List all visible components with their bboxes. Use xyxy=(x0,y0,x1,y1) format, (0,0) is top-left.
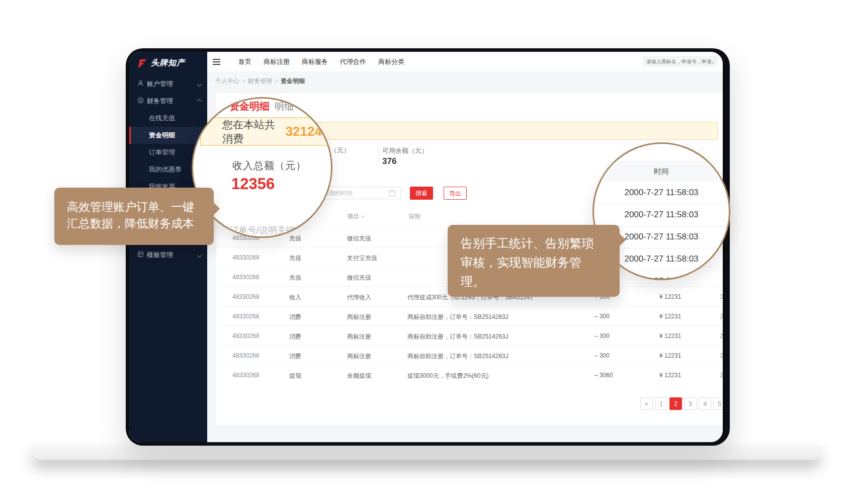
sidebar-item-label: 账户管理 xyxy=(147,79,173,89)
nav-item-首页[interactable]: 首页 xyxy=(238,57,251,66)
cell-project: 商标注册 xyxy=(347,332,371,341)
cell-description: 商标自助注册，订单号：SB2514263J xyxy=(407,332,588,341)
breadcrumb-item[interactable]: 财务管理 xyxy=(248,77,272,85)
pagination: <12345> xyxy=(640,397,723,410)
pagination-page-3[interactable]: 3 xyxy=(684,397,697,410)
breadcrumb-item[interactable]: 资金明细 xyxy=(281,77,305,85)
table-row: 48330268消费商标注册商标自助注册，订单号：SB2514263J– 300… xyxy=(216,325,723,346)
top-nav-menu: 首页商标注册商标服务代理合作商标分类 xyxy=(238,57,404,66)
magnified-time-row: 2000-7-27 11:58:03 xyxy=(594,182,729,204)
user-icon xyxy=(137,80,144,88)
sidebar-item-资金明细[interactable]: 资金明细 xyxy=(129,127,207,144)
finance-icon xyxy=(137,97,144,105)
template-icon xyxy=(137,251,144,259)
cell-type: 消费 xyxy=(289,332,301,341)
cell-project: 商标注册 xyxy=(347,313,371,321)
sidebar-item-模板管理[interactable]: 模板管理 xyxy=(129,246,207,264)
cell-project: 代理收入 xyxy=(347,293,371,302)
calendar-icon[interactable] xyxy=(389,190,395,196)
column-header-desc: 说明 xyxy=(408,212,420,221)
cell-project: 余额提现 xyxy=(347,372,371,380)
column-header-project[interactable]: 项目 xyxy=(347,212,365,221)
stat-balance-value: 376 xyxy=(382,156,396,166)
cell-order-no: 48330268 xyxy=(232,352,259,359)
cell-time-clipped: 2 xyxy=(720,293,723,300)
nav-item-商标分类[interactable]: 商标分类 xyxy=(378,57,404,66)
pagination-page-2[interactable]: 2 xyxy=(669,397,682,410)
callout-right: 告别手工统计、告别繁琐审核，实现智能财务管理。 xyxy=(448,225,620,297)
breadcrumb-separator: > xyxy=(275,77,278,85)
callout-left: 高效管理账户订单、一键汇总数据，降低财务成本 xyxy=(54,188,214,245)
cell-amount: – 300 xyxy=(594,313,610,320)
cell-balance: ¥ 12231 xyxy=(659,372,681,379)
chevron-down-icon xyxy=(197,253,202,258)
cell-type: 充值 xyxy=(289,234,301,243)
sort-caret-icon xyxy=(361,214,365,218)
cell-order-no: 48330268 xyxy=(232,293,259,300)
cell-type: 充值 xyxy=(289,274,301,282)
menu-icon[interactable] xyxy=(213,57,220,66)
page: 头牌知产 账户管理财务管理在线充值资金明细订单管理我的优惠券我的发票模板管理 首… xyxy=(0,0,853,504)
chevron-up-icon xyxy=(197,99,202,104)
cell-time-clipped: 2 xyxy=(720,332,723,340)
sidebar-item-label: 财务管理 xyxy=(147,97,173,106)
cell-description: 商标自助注册，订单号：SB2514263J xyxy=(407,313,588,321)
sidebar-item-在线充值[interactable]: 在线充值 xyxy=(129,110,207,127)
notice-amount: 32124 xyxy=(286,124,322,139)
cell-project: 微信充值 xyxy=(347,234,371,243)
logo-icon xyxy=(137,58,147,68)
nav-item-商标服务[interactable]: 商标服务 xyxy=(302,57,328,66)
cell-order-no: 48330268 xyxy=(232,274,259,281)
breadcrumb: 个人中心>财务管理>资金明细 xyxy=(215,77,305,86)
cell-balance: ¥ 12231 xyxy=(659,293,681,300)
sidebar-item-财务管理[interactable]: 财务管理 xyxy=(129,93,207,110)
sidebar-item-label: 我的优惠券 xyxy=(149,165,182,174)
magnified-income-value: 12356 xyxy=(231,175,275,193)
cell-project: 微信充值 xyxy=(347,274,371,282)
magnified-tab-active: 资金明细 xyxy=(229,100,270,113)
cell-balance: ¥ 12231 xyxy=(659,352,681,359)
sidebar-item-label: 模板管理 xyxy=(147,250,173,260)
cell-description: 商标自助注册，订单号：SB2514263J xyxy=(407,352,588,361)
pagination-page-1[interactable]: 1 xyxy=(655,397,667,410)
stat-divider xyxy=(378,145,379,169)
cell-type: 充值 xyxy=(289,254,301,263)
sidebar-item-账户管理[interactable]: 账户管理 xyxy=(129,75,207,93)
topbar: 首页商标注册商标服务代理合作商标分类 xyxy=(207,52,723,72)
pagination-page-5[interactable]: 5 xyxy=(713,397,723,410)
search-button[interactable]: 搜索 xyxy=(410,187,433,200)
callout-left-line: 高效管理账户订单、一键 xyxy=(67,199,214,215)
cell-amount: – 3060 xyxy=(594,372,613,379)
cell-project: 支付宝充值 xyxy=(347,254,377,263)
cell-amount: – 300 xyxy=(594,332,610,340)
stat-expense-label-fragment: （元） xyxy=(330,146,350,155)
cell-order-no: 48330268 xyxy=(232,254,259,261)
nav-item-代理合作[interactable]: 代理合作 xyxy=(340,57,366,66)
logo[interactable]: 头牌知产 xyxy=(129,52,207,74)
pagination-page-4[interactable]: 4 xyxy=(699,397,711,410)
cell-type: 提现 xyxy=(289,372,301,380)
trademark-search-input[interactable] xyxy=(642,56,718,67)
callout-left-line: 汇总数据，降低财务成本 xyxy=(67,215,214,232)
callout-right-line: 理。 xyxy=(461,272,620,291)
cell-order-no: 48330268 xyxy=(232,372,259,379)
logo-text: 头牌知产 xyxy=(151,58,185,68)
breadcrumb-item[interactable]: 个人中心 xyxy=(215,77,239,85)
export-button[interactable]: 导出 xyxy=(444,187,467,200)
cell-project: 商标注册 xyxy=(347,352,371,361)
nav-item-商标注册[interactable]: 商标注册 xyxy=(264,57,290,66)
cell-type: 消费 xyxy=(289,352,301,361)
magnified-income-label: 收入总额（元） xyxy=(232,159,306,173)
notice-prefix: 您在本站共消费 xyxy=(222,118,284,146)
pagination-prev-button[interactable]: < xyxy=(640,397,653,410)
breadcrumb-separator: > xyxy=(242,77,245,85)
chevron-down-icon xyxy=(197,81,202,87)
cell-time-clipped: 2 xyxy=(720,352,723,359)
table-row: 48330268提现余额提现提现3000元，手续费2%(60元)– 3060¥ … xyxy=(216,365,723,385)
cell-time-clipped: 2 xyxy=(720,372,723,379)
cell-order-no: 48330268 xyxy=(232,313,259,320)
table-row: 48330268消费商标注册商标自助注册，订单号：SB2514263J– 300… xyxy=(216,306,723,326)
stat-balance-label: 可用余额（元） xyxy=(382,146,428,155)
cell-order-no: 48330268 xyxy=(232,332,259,340)
cell-type: 消费 xyxy=(289,313,301,321)
